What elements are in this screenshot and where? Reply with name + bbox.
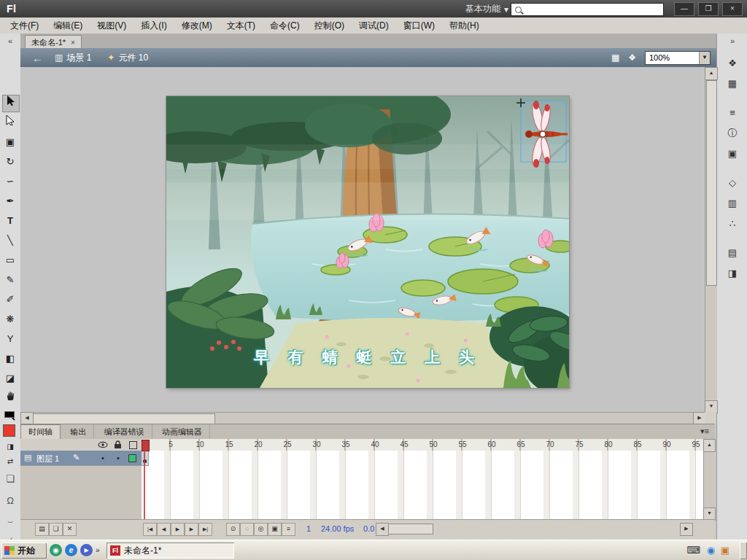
lock-icon[interactable]: [114, 440, 122, 451]
motion-presets-panel-icon[interactable]: ∴: [723, 216, 742, 232]
magnet-icon[interactable]: Ω: [2, 493, 18, 509]
stage-vertical-scrollbar[interactable]: ▲ ▼: [705, 67, 717, 412]
tab-timeline[interactable]: 时间轴: [20, 424, 61, 440]
text-tool[interactable]: T: [2, 213, 18, 229]
layer-lock-dot[interactable]: •: [117, 454, 120, 462]
dragonfly-selection[interactable]: [516, 98, 568, 168]
scene-label[interactable]: 场景 1: [66, 52, 91, 64]
tab-compiler-errors[interactable]: 编译器错误: [97, 424, 152, 440]
go-to-last-frame-button[interactable]: ▶|: [198, 523, 212, 536]
horizontal-scroll-thumb[interactable]: [33, 413, 215, 424]
workspace-switcher[interactable]: 基本功能 ▾: [465, 3, 508, 15]
fill-color-swatch[interactable]: [3, 424, 15, 437]
menu-modify[interactable]: 修改(M): [174, 18, 220, 34]
tab-output[interactable]: 输出: [63, 424, 94, 440]
zoom-select[interactable]: 100% ▼: [645, 51, 711, 65]
pencil-tool[interactable]: ✎: [2, 272, 18, 288]
new-folder-button[interactable]: ❏: [49, 523, 63, 536]
lasso-tool[interactable]: ∽: [2, 174, 18, 190]
close-tab-icon[interactable]: ×: [71, 39, 75, 47]
line-tool[interactable]: ╲: [2, 233, 18, 249]
frame-rate-value[interactable]: 24.00 fps: [321, 524, 354, 533]
transform-panel-icon[interactable]: ▣: [723, 146, 742, 162]
menu-view[interactable]: 视图(V): [90, 18, 133, 34]
quick-launch-overflow-icon[interactable]: »: [96, 546, 100, 554]
panel-menu-icon[interactable]: ▾≡: [700, 427, 709, 436]
timeline-scroll-up-icon[interactable]: ▲: [703, 439, 716, 452]
layer-row[interactable]: ▤ 图层 1 ✎ • •: [20, 451, 142, 466]
menu-text[interactable]: 文本(T): [220, 18, 263, 34]
stroke-color-swatch[interactable]: [4, 411, 15, 418]
menu-help[interactable]: 帮助(H): [442, 18, 487, 34]
library-panel-icon[interactable]: ▤: [723, 245, 742, 261]
zoom-dropdown-arrow[interactable]: ▼: [699, 52, 710, 64]
menu-edit[interactable]: 编辑(E): [46, 18, 90, 34]
keyboard-tray-icon[interactable]: ⌨: [686, 545, 700, 556]
expand-panels-icon[interactable]: »: [717, 36, 747, 45]
black-white-colors-icon[interactable]: ◨: [2, 439, 18, 455]
components-panel-icon[interactable]: ▥: [723, 195, 742, 211]
quick-launch-media-icon[interactable]: ▶: [80, 544, 93, 556]
tab-motion-editor[interactable]: 动画编辑器: [155, 424, 210, 440]
rotation-3d-tool[interactable]: ↻: [2, 154, 18, 170]
layer-name[interactable]: 图层 1: [36, 454, 59, 464]
info-panel-icon[interactable]: ⓘ: [723, 125, 742, 141]
stage-horizontal-scrollbar[interactable]: ◀ ▶: [20, 412, 705, 424]
step-forward-button[interactable]: ▶: [185, 523, 198, 536]
timeline-scroll-thumb[interactable]: [388, 524, 433, 534]
search-input[interactable]: [525, 4, 663, 15]
swatches-panel-icon[interactable]: ▦: [723, 76, 742, 92]
menu-control[interactable]: 控制(O): [307, 18, 352, 34]
bone-tool[interactable]: Y: [2, 331, 18, 347]
quick-launch-ie-icon[interactable]: e: [65, 544, 77, 556]
menu-file[interactable]: 文件(F): [3, 18, 46, 34]
edit-symbols-icon[interactable]: ❖: [628, 52, 636, 63]
task-button-flash[interactable]: Fl 未命名-1*: [107, 542, 234, 559]
rectangle-tool[interactable]: ▭: [2, 252, 18, 268]
edit-scene-icon[interactable]: ▦: [611, 52, 619, 63]
edit-multiple-frames-button[interactable]: ▣: [268, 523, 282, 536]
menu-insert[interactable]: 插入(I): [133, 18, 174, 34]
delete-layer-button[interactable]: ✕: [63, 523, 77, 536]
hand-tool[interactable]: [2, 390, 18, 406]
show-desktop-strip[interactable]: [740, 542, 747, 559]
paint-bucket-tool[interactable]: ◧: [2, 351, 18, 367]
menu-debug[interactable]: 调试(D): [352, 18, 396, 34]
new-layer-button[interactable]: ▤: [35, 523, 49, 536]
timeline-scroll-left-icon[interactable]: ◀: [376, 523, 389, 536]
selection-tool[interactable]: [2, 95, 20, 112]
free-transform-tool[interactable]: ▣: [2, 134, 18, 150]
onion-skin-outlines-button[interactable]: ◎: [254, 523, 268, 536]
swap-colors-icon[interactable]: ⇄: [2, 454, 18, 470]
brush-tool[interactable]: ✐: [2, 292, 18, 308]
eraser-tool[interactable]: ◪: [2, 370, 18, 386]
tray-square-icon[interactable]: ▣: [721, 545, 729, 556]
layer-outline-color-swatch[interactable]: [128, 454, 136, 462]
outline-column-icon[interactable]: [129, 441, 137, 449]
menu-window[interactable]: 窗口(W): [396, 18, 442, 34]
search-box[interactable]: [511, 3, 664, 16]
frame-ruler[interactable]: 5101520253035404550556065707580859095: [142, 439, 703, 451]
restore-button[interactable]: ❐: [698, 2, 719, 16]
timeline-scroll-right-icon[interactable]: ▶: [680, 523, 693, 536]
smooth-curve-icon[interactable]: ⌣: [2, 513, 18, 529]
step-back-button[interactable]: ◀: [157, 523, 171, 536]
pages-icon[interactable]: ❏: [2, 471, 18, 487]
modify-markers-button[interactable]: ≡: [282, 523, 295, 536]
go-to-first-frame-button[interactable]: |◀: [143, 523, 157, 536]
timeline-vertical-scrollbar[interactable]: ▲ ▼: [703, 439, 715, 519]
pen-tool[interactable]: ✒: [2, 193, 18, 209]
show-hide-eye-icon[interactable]: [98, 440, 108, 451]
menu-commands[interactable]: 命令(C): [263, 18, 307, 34]
frames-grid[interactable]: [142, 451, 703, 519]
playhead[interactable]: [142, 440, 150, 451]
transform-point-icon[interactable]: [540, 131, 546, 137]
current-frame-value[interactable]: 1: [306, 524, 311, 533]
quick-launch-globe-icon[interactable]: ◉: [50, 544, 62, 556]
scroll-up-icon[interactable]: ▲: [705, 67, 718, 80]
play-button[interactable]: ▶: [171, 523, 185, 536]
center-frame-button[interactable]: ⊙: [226, 523, 240, 536]
history-panel-icon[interactable]: ◨: [723, 265, 742, 281]
shield-tray-icon[interactable]: ◉: [707, 545, 715, 556]
back-arrow-icon[interactable]: ←: [32, 52, 43, 64]
